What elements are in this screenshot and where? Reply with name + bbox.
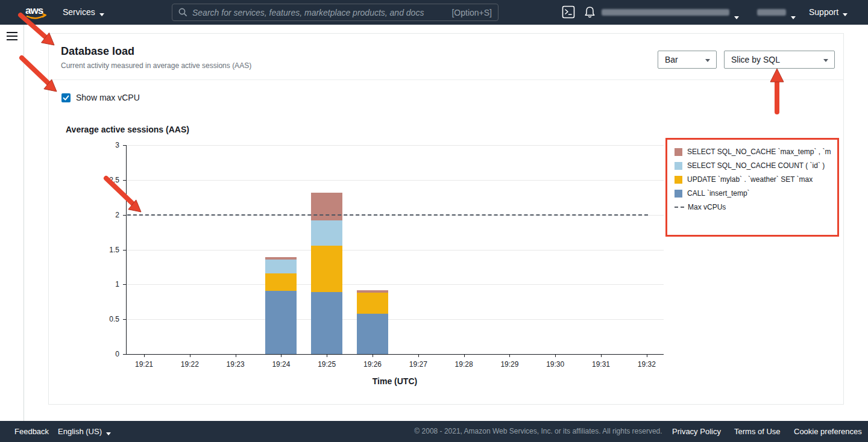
x-tick-mark — [144, 354, 145, 357]
x-tick-mark — [601, 354, 602, 357]
bar-segment[interactable] — [265, 260, 297, 273]
collapsed-sidebar — [0, 25, 24, 421]
x-tick-mark — [464, 354, 465, 357]
legend-label: Max vCPUs — [688, 203, 726, 211]
max-vcpus-line — [127, 214, 648, 216]
legend-item[interactable]: SELECT SQL_NO_CACHE COUNT ( `id` ) — [675, 161, 831, 170]
gridline — [126, 250, 664, 251]
legend-label: SELECT SQL_NO_CACHE `max_temp` , `m — [687, 148, 831, 156]
database-load-panel: Database load Current activity measured … — [48, 33, 844, 405]
feedback-link[interactable]: Feedback — [14, 421, 49, 442]
y-axis-line — [126, 145, 127, 354]
bar-segment[interactable] — [357, 290, 388, 293]
region-chevron-down-icon[interactable] — [791, 10, 796, 20]
chevron-down-icon — [106, 432, 111, 435]
redacted-region-name[interactable] — [757, 9, 786, 16]
y-tick-label: 0.5 — [94, 315, 119, 323]
chevron-down-icon — [843, 13, 848, 16]
notifications-bell-icon[interactable] — [584, 6, 596, 21]
gridline — [126, 319, 664, 320]
support-menu[interactable]: Support — [809, 0, 848, 25]
x-axis-title: Time (UTC) — [126, 376, 664, 386]
legend-label: CALL `insert_temp` — [687, 189, 750, 198]
legend-swatch — [675, 190, 682, 198]
bar-segment[interactable] — [311, 220, 342, 246]
x-tick-label: 19:31 — [582, 360, 620, 369]
y-tick-label: 2 — [94, 211, 119, 219]
x-tick-label: 19:27 — [399, 360, 438, 369]
legend-label: SELECT SQL_NO_CACHE COUNT ( `id` ) — [687, 161, 825, 170]
bar-segment[interactable] — [311, 246, 342, 292]
x-tick-label: 19:32 — [627, 360, 666, 369]
svg-text:aws: aws — [25, 5, 43, 16]
redacted-account-name[interactable] — [602, 9, 729, 16]
bar-segment[interactable] — [311, 193, 342, 220]
privacy-policy-link[interactable]: Privacy Policy — [672, 421, 721, 442]
legend-item[interactable]: SELECT SQL_NO_CACHE `max_temp` , `m — [675, 148, 831, 156]
copyright-text: © 2008 - 2021, Amazon Web Services, Inc.… — [414, 421, 662, 442]
chevron-down-icon — [99, 13, 104, 16]
x-tick-label: 19:28 — [445, 360, 483, 369]
x-tick-label: 19:26 — [353, 360, 392, 369]
legend-label: UPDATE `mylab` . `weather` SET `max — [687, 175, 813, 184]
language-select[interactable]: English (US) — [58, 421, 111, 442]
y-tick-label: 1 — [94, 280, 119, 288]
bar-segment[interactable] — [357, 314, 388, 354]
terms-of-use-link[interactable]: Terms of Use — [734, 421, 781, 442]
y-tick-label: 2.5 — [94, 176, 119, 184]
x-tick-mark — [418, 354, 419, 357]
legend-item-max-vcpus[interactable]: Max vCPUs — [675, 203, 831, 211]
x-tick-mark — [327, 354, 327, 357]
account-chevron-down-icon[interactable] — [734, 10, 739, 20]
support-label: Support — [809, 7, 838, 17]
legend-item[interactable]: CALL `insert_temp` — [675, 189, 831, 198]
x-axis-line — [126, 354, 664, 355]
legend-item[interactable]: UPDATE `mylab` . `weather` SET `max — [675, 175, 831, 184]
search-input[interactable] — [192, 8, 447, 17]
bar-segment[interactable] — [265, 257, 297, 259]
x-tick-label: 19:23 — [216, 360, 255, 369]
bar-segment[interactable] — [265, 273, 297, 291]
services-menu[interactable]: Services — [63, 0, 104, 25]
gridline — [126, 284, 664, 285]
legend-dash-swatch — [675, 207, 684, 208]
y-tick-label: 1.5 — [94, 246, 119, 254]
global-search[interactable]: [Option+S] — [172, 4, 498, 21]
y-tick-label: 0 — [94, 350, 119, 358]
x-tick-mark — [236, 354, 236, 357]
gridline — [126, 180, 664, 181]
x-tick-label: 19:30 — [536, 360, 574, 369]
y-tick-label: 3 — [94, 141, 119, 149]
bar-segment[interactable] — [265, 291, 297, 354]
legend-swatch — [675, 148, 682, 156]
x-tick-mark — [190, 354, 190, 357]
footer-bar: Feedback English (US) © 2008 - 2021, Ama… — [0, 421, 868, 442]
x-tick-label: 19:22 — [171, 360, 209, 369]
legend-swatch — [675, 162, 682, 170]
language-value: English (US) — [58, 427, 102, 436]
bar-segment[interactable] — [357, 293, 388, 314]
menu-toggle[interactable] — [7, 32, 17, 43]
annotation-highlight-box: SELECT SQL_NO_CACHE `max_temp` , `mSELEC… — [665, 138, 839, 237]
x-tick-mark — [509, 354, 510, 357]
x-tick-mark — [281, 354, 281, 357]
cookie-preferences-link[interactable]: Cookie preferences — [794, 421, 862, 442]
gridline — [126, 145, 664, 146]
x-tick-label: 19:21 — [125, 360, 163, 369]
x-tick-label: 19:24 — [262, 360, 300, 369]
top-navigation-bar: aws Services [Option+S] Support — [0, 0, 868, 25]
x-tick-mark — [555, 354, 556, 357]
aws-logo[interactable]: aws — [23, 4, 51, 22]
search-icon — [178, 8, 187, 17]
x-tick-mark — [647, 354, 647, 357]
x-tick-label: 19:25 — [307, 360, 346, 369]
legend-swatch — [675, 176, 682, 184]
services-label: Services — [63, 7, 95, 17]
bar-segment[interactable] — [311, 292, 342, 354]
cloudshell-icon[interactable] — [562, 5, 575, 21]
x-tick-label: 19:29 — [490, 360, 529, 369]
search-shortcut-hint: [Option+S] — [451, 8, 492, 17]
chart-legend: SELECT SQL_NO_CACHE `max_temp` , `mSELEC… — [667, 140, 837, 211]
x-tick-mark — [373, 354, 373, 357]
